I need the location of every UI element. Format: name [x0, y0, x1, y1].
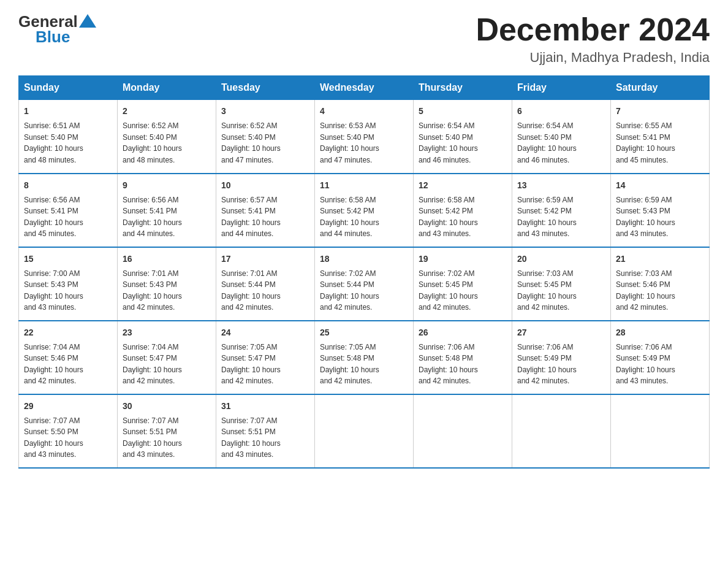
day-info: Sunrise: 7:04 AMSunset: 5:47 PMDaylight:… [123, 342, 211, 387]
calendar-cell: 16Sunrise: 7:01 AMSunset: 5:43 PMDayligh… [118, 247, 216, 321]
day-number: 5 [419, 105, 507, 118]
calendar-header: SundayMondayTuesdayWednesdayThursdayFrid… [19, 76, 710, 100]
day-number: 13 [517, 179, 605, 192]
col-header-monday: Monday [118, 76, 216, 100]
day-number: 31 [221, 400, 309, 413]
day-info: Sunrise: 7:07 AMSunset: 5:51 PMDaylight:… [221, 415, 309, 461]
day-number: 7 [616, 105, 704, 118]
day-number: 28 [616, 326, 704, 339]
day-info: Sunrise: 6:58 AMSunset: 5:42 PMDaylight:… [320, 194, 408, 240]
day-number: 21 [616, 253, 704, 266]
logo-triangle-icon [79, 14, 96, 28]
day-number: 20 [517, 253, 605, 266]
calendar-cell [611, 394, 710, 468]
calendar-title: December 2024 [476, 12, 710, 47]
day-info: Sunrise: 7:04 AMSunset: 5:46 PMDaylight:… [24, 342, 112, 387]
calendar-cell: 18Sunrise: 7:02 AMSunset: 5:44 PMDayligh… [315, 247, 414, 321]
day-info: Sunrise: 7:03 AMSunset: 5:46 PMDaylight:… [616, 268, 704, 313]
col-header-friday: Friday [512, 76, 611, 100]
calendar-cell: 5Sunrise: 6:54 AMSunset: 5:40 PMDaylight… [414, 100, 512, 174]
day-number: 17 [221, 253, 309, 266]
day-info: Sunrise: 6:52 AMSunset: 5:40 PMDaylight:… [221, 120, 309, 166]
calendar-cell: 19Sunrise: 7:02 AMSunset: 5:45 PMDayligh… [414, 247, 512, 321]
col-header-sunday: Sunday [19, 76, 118, 100]
day-number: 15 [24, 253, 112, 266]
day-number: 25 [320, 326, 408, 339]
day-info: Sunrise: 6:52 AMSunset: 5:40 PMDaylight:… [123, 120, 211, 166]
calendar-cell: 1Sunrise: 6:51 AMSunset: 5:40 PMDaylight… [19, 100, 118, 174]
day-info: Sunrise: 7:07 AMSunset: 5:51 PMDaylight:… [123, 415, 211, 461]
day-number: 4 [320, 105, 408, 118]
calendar-cell: 30Sunrise: 7:07 AMSunset: 5:51 PMDayligh… [118, 394, 216, 468]
col-header-thursday: Thursday [414, 76, 512, 100]
day-number: 10 [221, 179, 309, 192]
calendar-cell: 21Sunrise: 7:03 AMSunset: 5:46 PMDayligh… [611, 247, 710, 321]
calendar-cell: 20Sunrise: 7:03 AMSunset: 5:45 PMDayligh… [512, 247, 611, 321]
day-info: Sunrise: 6:58 AMSunset: 5:42 PMDaylight:… [419, 194, 507, 240]
day-info: Sunrise: 7:02 AMSunset: 5:45 PMDaylight:… [419, 268, 507, 313]
day-number: 12 [419, 179, 507, 192]
day-info: Sunrise: 7:01 AMSunset: 5:43 PMDaylight:… [123, 268, 211, 313]
calendar-cell: 26Sunrise: 7:06 AMSunset: 5:48 PMDayligh… [414, 321, 512, 394]
day-info: Sunrise: 7:06 AMSunset: 5:48 PMDaylight:… [419, 342, 507, 387]
col-header-saturday: Saturday [611, 76, 710, 100]
calendar-cell: 17Sunrise: 7:01 AMSunset: 5:44 PMDayligh… [216, 247, 315, 321]
calendar-cell [512, 394, 611, 468]
day-info: Sunrise: 6:59 AMSunset: 5:42 PMDaylight:… [517, 194, 605, 240]
calendar-cell: 4Sunrise: 6:53 AMSunset: 5:40 PMDaylight… [315, 100, 414, 174]
day-number: 23 [123, 326, 211, 339]
calendar-cell: 12Sunrise: 6:58 AMSunset: 5:42 PMDayligh… [414, 174, 512, 247]
day-number: 9 [123, 179, 211, 192]
calendar-cell: 2Sunrise: 6:52 AMSunset: 5:40 PMDaylight… [118, 100, 216, 174]
calendar-cell [315, 394, 414, 468]
day-number: 1 [24, 105, 112, 118]
day-number: 3 [221, 105, 309, 118]
col-header-wednesday: Wednesday [315, 76, 414, 100]
week-row-1: 1Sunrise: 6:51 AMSunset: 5:40 PMDaylight… [19, 100, 710, 174]
day-number: 26 [419, 326, 507, 339]
day-number: 18 [320, 253, 408, 266]
day-number: 22 [24, 326, 112, 339]
day-info: Sunrise: 6:59 AMSunset: 5:43 PMDaylight:… [616, 194, 704, 240]
day-info: Sunrise: 6:54 AMSunset: 5:40 PMDaylight:… [419, 120, 507, 166]
week-row-5: 29Sunrise: 7:07 AMSunset: 5:50 PMDayligh… [19, 394, 710, 468]
day-number: 8 [24, 179, 112, 192]
calendar-cell: 7Sunrise: 6:55 AMSunset: 5:41 PMDaylight… [611, 100, 710, 174]
day-info: Sunrise: 7:01 AMSunset: 5:44 PMDaylight:… [221, 268, 309, 313]
logo-blue-text: Blue [36, 28, 70, 47]
day-info: Sunrise: 7:06 AMSunset: 5:49 PMDaylight:… [517, 342, 605, 387]
day-info: Sunrise: 7:05 AMSunset: 5:48 PMDaylight:… [320, 342, 408, 387]
calendar-cell: 29Sunrise: 7:07 AMSunset: 5:50 PMDayligh… [19, 394, 118, 468]
calendar-cell: 14Sunrise: 6:59 AMSunset: 5:43 PMDayligh… [611, 174, 710, 247]
day-number: 29 [24, 400, 112, 413]
day-info: Sunrise: 6:53 AMSunset: 5:40 PMDaylight:… [320, 120, 408, 166]
calendar-cell: 11Sunrise: 6:58 AMSunset: 5:42 PMDayligh… [315, 174, 414, 247]
calendar-cell: 13Sunrise: 6:59 AMSunset: 5:42 PMDayligh… [512, 174, 611, 247]
day-info: Sunrise: 7:02 AMSunset: 5:44 PMDaylight:… [320, 268, 408, 313]
day-info: Sunrise: 7:03 AMSunset: 5:45 PMDaylight:… [517, 268, 605, 313]
calendar-cell [414, 394, 512, 468]
day-number: 6 [517, 105, 605, 118]
day-info: Sunrise: 6:56 AMSunset: 5:41 PMDaylight:… [123, 194, 211, 240]
day-info: Sunrise: 6:55 AMSunset: 5:41 PMDaylight:… [616, 120, 704, 166]
calendar-cell: 31Sunrise: 7:07 AMSunset: 5:51 PMDayligh… [216, 394, 315, 468]
week-row-4: 22Sunrise: 7:04 AMSunset: 5:46 PMDayligh… [19, 321, 710, 394]
day-info: Sunrise: 6:57 AMSunset: 5:41 PMDaylight:… [221, 194, 309, 240]
calendar-cell: 25Sunrise: 7:05 AMSunset: 5:48 PMDayligh… [315, 321, 414, 394]
calendar-cell: 9Sunrise: 6:56 AMSunset: 5:41 PMDaylight… [118, 174, 216, 247]
week-row-3: 15Sunrise: 7:00 AMSunset: 5:43 PMDayligh… [19, 247, 710, 321]
day-number: 2 [123, 105, 211, 118]
day-number: 24 [221, 326, 309, 339]
day-info: Sunrise: 7:07 AMSunset: 5:50 PMDaylight:… [24, 415, 112, 461]
calendar-subtitle: Ujjain, Madhya Pradesh, India [476, 50, 710, 66]
calendar-cell: 27Sunrise: 7:06 AMSunset: 5:49 PMDayligh… [512, 321, 611, 394]
day-number: 11 [320, 179, 408, 192]
header: General Blue December 2024 Ujjain, Madhy… [18, 12, 710, 66]
calendar-cell: 22Sunrise: 7:04 AMSunset: 5:46 PMDayligh… [19, 321, 118, 394]
day-info: Sunrise: 6:54 AMSunset: 5:40 PMDaylight:… [517, 120, 605, 166]
calendar-cell: 10Sunrise: 6:57 AMSunset: 5:41 PMDayligh… [216, 174, 315, 247]
day-number: 19 [419, 253, 507, 266]
day-info: Sunrise: 7:06 AMSunset: 5:49 PMDaylight:… [616, 342, 704, 387]
logo: General Blue [18, 12, 96, 47]
day-number: 16 [123, 253, 211, 266]
